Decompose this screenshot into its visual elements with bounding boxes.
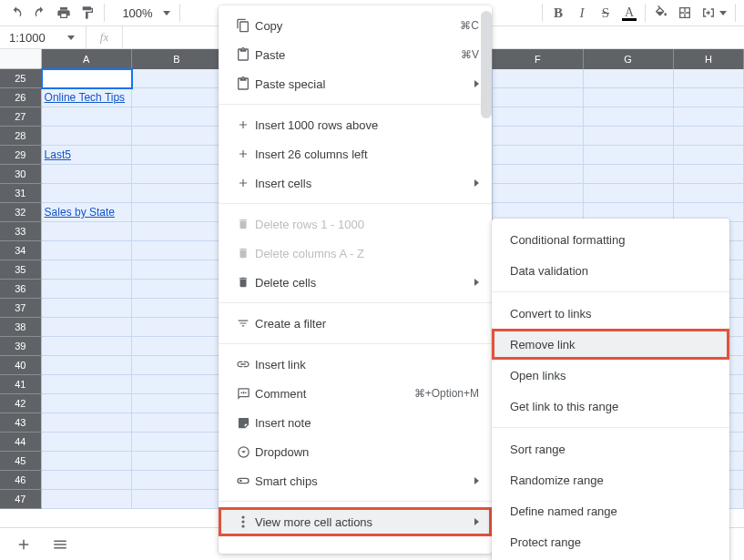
row-header[interactable]: 43 (0, 413, 42, 433)
column-header[interactable]: A (42, 49, 132, 69)
menu-item-insert-columns[interactable]: Insert 26 columns left (219, 139, 492, 168)
row-header[interactable]: 44 (0, 433, 42, 452)
grid-cell[interactable] (493, 88, 583, 107)
all-sheets-button[interactable] (47, 532, 73, 557)
grid-cell[interactable] (132, 337, 222, 356)
menu-item-copy[interactable]: Copy ⌘C (219, 11, 492, 40)
row-header[interactable]: 27 (0, 107, 42, 127)
print-button[interactable] (53, 2, 75, 24)
row-header[interactable]: 36 (0, 280, 42, 299)
grid-cell[interactable] (42, 490, 132, 509)
grid-cell[interactable] (132, 184, 222, 203)
borders-button[interactable] (674, 2, 696, 24)
strikethrough-button[interactable]: S (595, 2, 617, 24)
grid-cell[interactable] (674, 165, 744, 184)
menu-item-comment[interactable]: Comment ⌘+Option+M (219, 379, 492, 408)
row-header[interactable]: 45 (0, 452, 42, 471)
grid-cell[interactable]: Online Tech Tips (42, 88, 132, 107)
grid-cell[interactable] (132, 375, 222, 394)
grid-cell[interactable] (132, 127, 222, 146)
grid-cell[interactable] (132, 280, 222, 299)
grid-cell[interactable] (132, 356, 222, 375)
paint-format-button[interactable] (76, 2, 98, 24)
grid-cell[interactable] (132, 203, 222, 222)
submenu-item-randomize-range[interactable]: Randomize range (492, 464, 729, 495)
grid-cell[interactable] (42, 394, 132, 413)
grid-cell[interactable] (132, 146, 222, 165)
grid-cell[interactable] (674, 88, 744, 107)
redo-button[interactable] (29, 2, 51, 24)
submenu-item-protect-range[interactable]: Protect range (492, 526, 729, 557)
submenu-item-data-validation[interactable]: Data validation (492, 255, 729, 286)
row-header[interactable]: 31 (0, 184, 42, 203)
grid-cell[interactable] (132, 222, 222, 241)
row-header[interactable]: 35 (0, 260, 42, 280)
submenu-item-convert-to-links[interactable]: Convert to links (492, 298, 729, 329)
grid-cell[interactable] (42, 413, 132, 433)
grid-cell[interactable] (132, 165, 222, 184)
grid-cell[interactable] (132, 299, 222, 318)
row-header[interactable]: 32 (0, 203, 42, 222)
grid-cell[interactable] (584, 127, 674, 146)
row-header[interactable]: 46 (0, 471, 42, 490)
grid-cell[interactable] (42, 318, 132, 337)
grid-cell[interactable] (132, 413, 222, 433)
grid-cell[interactable] (42, 127, 132, 146)
column-header[interactable]: F (493, 49, 583, 69)
grid-cell[interactable] (42, 165, 132, 184)
grid-cell[interactable] (132, 490, 222, 509)
row-header[interactable]: 33 (0, 222, 42, 241)
grid-cell[interactable] (42, 260, 132, 280)
grid-cell[interactable] (42, 337, 132, 356)
menu-item-view-more-cell-actions[interactable]: View more cell actions (219, 507, 492, 536)
grid-cell[interactable] (42, 299, 132, 318)
grid-cell[interactable] (42, 356, 132, 375)
column-header[interactable]: B (132, 49, 222, 69)
row-header[interactable]: 28 (0, 127, 42, 146)
grid-cell[interactable] (42, 375, 132, 394)
menu-item-paste[interactable]: Paste ⌘V (219, 40, 492, 69)
grid-cell[interactable] (493, 107, 583, 127)
grid-cell[interactable] (132, 88, 222, 107)
submenu-item-conditional-formatting[interactable]: Conditional formatting (492, 224, 729, 255)
grid-cell[interactable] (493, 127, 583, 146)
grid-cell[interactable] (42, 222, 132, 241)
menu-item-insert-note[interactable]: Insert note (219, 408, 492, 437)
grid-cell[interactable] (132, 241, 222, 260)
add-sheet-button[interactable] (11, 532, 36, 557)
column-header[interactable]: H (674, 49, 744, 69)
grid-cell[interactable] (584, 165, 674, 184)
submenu-item-get-link[interactable]: Get link to this range (492, 391, 729, 422)
grid-cell[interactable] (132, 433, 222, 452)
submenu-item-sort-range[interactable]: Sort range (492, 433, 729, 464)
row-header[interactable]: 41 (0, 375, 42, 394)
row-header[interactable]: 42 (0, 394, 42, 413)
row-header[interactable]: 39 (0, 337, 42, 356)
zoom-select[interactable]: 100% (110, 3, 165, 23)
menu-item-paste-special[interactable]: Paste special (219, 69, 492, 98)
grid-cell[interactable] (42, 471, 132, 490)
undo-button[interactable] (5, 2, 27, 24)
menu-item-insert-cells[interactable]: Insert cells (219, 168, 492, 198)
select-all-corner[interactable] (0, 49, 42, 69)
grid-cell[interactable] (674, 127, 744, 146)
grid-cell[interactable] (42, 241, 132, 260)
grid-cell[interactable] (132, 471, 222, 490)
grid-cell[interactable] (132, 452, 222, 471)
menu-item-delete-cells[interactable]: Delete cells (219, 268, 492, 297)
row-header[interactable]: 37 (0, 299, 42, 318)
grid-cell[interactable] (493, 146, 583, 165)
grid-cell[interactable] (132, 318, 222, 337)
grid-cell[interactable] (674, 146, 744, 165)
grid-cell[interactable] (584, 107, 674, 127)
submenu-item-remove-link[interactable]: Remove link (492, 329, 729, 360)
grid-cell[interactable] (584, 146, 674, 165)
grid-cell[interactable] (42, 452, 132, 471)
italic-button[interactable]: I (571, 2, 593, 24)
grid-cell[interactable] (493, 184, 583, 203)
row-header[interactable]: 34 (0, 241, 42, 260)
grid-cell[interactable] (42, 280, 132, 299)
row-header[interactable]: 25 (0, 69, 42, 88)
row-header[interactable]: 38 (0, 318, 42, 337)
grid-cell[interactable] (132, 69, 222, 88)
